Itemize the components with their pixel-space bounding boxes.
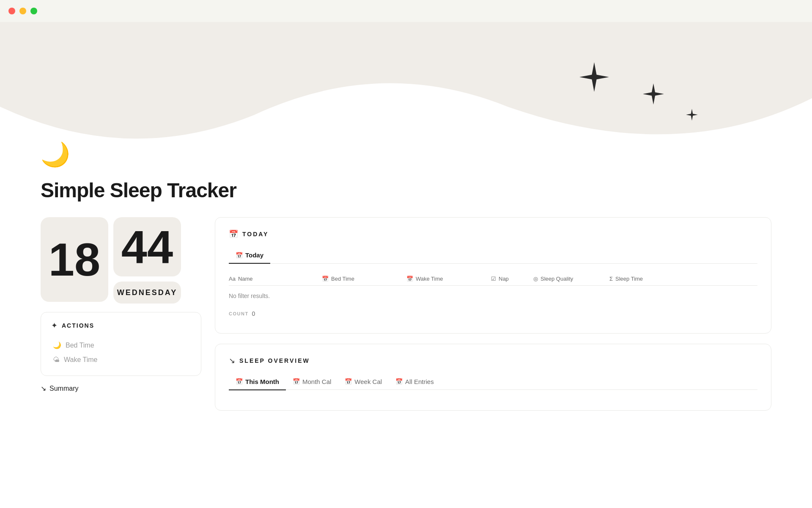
sleep-overview-arrow-icon: ↘ <box>229 356 235 365</box>
clock-card: 18 44 WEDNESDAY <box>41 217 201 304</box>
bed-time-label: Bed Time <box>66 342 94 349</box>
left-column: 18 44 WEDNESDAY ✦ ACTIONS <box>41 217 201 392</box>
sleep-overview-title: SLEEP OVERVIEW <box>239 357 310 364</box>
col-bedtime-label: Bed Time <box>331 276 354 282</box>
today-section: 📅 TODAY 📅 Today Aa Name <box>215 217 771 334</box>
star-large-icon <box>579 62 609 94</box>
col-wake: 📅 Wake Time <box>406 276 491 282</box>
maximize-button[interactable] <box>30 8 37 14</box>
sleep-overview-header: ↘ SLEEP OVERVIEW <box>229 356 757 365</box>
col-nap-label: Nap <box>499 276 509 282</box>
col-sleeptime-label: Sleep Time <box>615 276 643 282</box>
page-title: Simple Sleep Tracker <box>41 179 771 202</box>
tab-all-entries-icon: 📅 <box>395 378 403 385</box>
col-bedtime-icon: 📅 <box>322 276 329 282</box>
close-button[interactable] <box>8 8 15 14</box>
clock-day-box: WEDNESDAY <box>113 282 181 304</box>
tab-today-label: Today <box>245 251 263 259</box>
wake-time-label: Wake Time <box>64 356 97 364</box>
action-bed-time[interactable]: 🌙 Bed Time <box>51 338 191 353</box>
star-medium-icon <box>643 83 664 106</box>
main-layout: 18 44 WEDNESDAY ✦ ACTIONS <box>41 217 771 421</box>
tab-today-icon: 📅 <box>236 252 243 259</box>
action-wake-time[interactable]: 🌤 Wake Time <box>51 353 191 367</box>
clock-hours: 18 <box>49 236 100 283</box>
actions-header: ✦ ACTIONS <box>51 321 191 330</box>
actions-card: ✦ ACTIONS 🌙 Bed Time 🌤 Wake Time <box>41 312 201 376</box>
tab-today[interactable]: 📅 Today <box>229 247 270 264</box>
col-wake-icon: 📅 <box>406 276 413 282</box>
summary-link[interactable]: ↘ Summary <box>41 384 201 392</box>
summary-arrow-icon: ↘ <box>41 384 46 392</box>
col-name-label: Name <box>238 276 253 282</box>
today-header: 📅 TODAY <box>229 229 757 239</box>
col-sleeptime-icon: Σ <box>609 276 613 282</box>
table-header: Aa Name 📅 Bed Time 📅 Wake Time ☑ Nap <box>229 272 757 286</box>
right-column: 📅 TODAY 📅 Today Aa Name <box>215 217 771 421</box>
count-label: COUNT <box>229 311 249 316</box>
col-nap: ☑ Nap <box>491 276 533 282</box>
today-title: TODAY <box>242 231 269 237</box>
col-quality: ◎ Sleep Quality <box>533 276 609 282</box>
col-quality-label: Sleep Quality <box>540 276 573 282</box>
col-name-prefix: Aa <box>229 276 236 282</box>
tab-week-cal-icon: 📅 <box>345 378 352 385</box>
star-small-icon <box>686 109 698 122</box>
wake-time-icon: 🌤 <box>53 356 60 364</box>
summary-text: Summary <box>49 385 78 392</box>
tab-this-month[interactable]: 📅 This Month <box>229 374 286 390</box>
page-content: 🌙 Simple Sleep Tracker 18 44 WEDNESDAY <box>0 141 812 421</box>
col-wake-label: Wake Time <box>416 276 443 282</box>
actions-sparkle-icon: ✦ <box>51 321 58 330</box>
tab-this-month-icon: 📅 <box>236 378 243 385</box>
clock-right: 44 WEDNESDAY <box>113 217 181 304</box>
no-results-text: No filter results. <box>229 286 757 306</box>
count-row: COUNT 0 <box>229 306 757 321</box>
moon-icon: 🌙 <box>41 141 771 168</box>
tab-week-cal[interactable]: 📅 Week Cal <box>338 374 389 390</box>
clock-minutes-box: 44 <box>113 217 181 276</box>
tab-month-cal-label: Month Cal <box>302 378 331 385</box>
sleep-overview-section: ↘ SLEEP OVERVIEW 📅 This Month 📅 Month Ca… <box>215 344 771 411</box>
tab-week-cal-label: Week Cal <box>354 378 382 385</box>
tab-this-month-label: This Month <box>245 378 279 385</box>
tab-all-entries[interactable]: 📅 All Entries <box>389 374 441 390</box>
tab-month-cal[interactable]: 📅 Month Cal <box>286 374 338 390</box>
clock-day: WEDNESDAY <box>117 288 177 297</box>
col-nap-icon: ☑ <box>491 276 496 282</box>
clock-hours-box: 18 <box>41 217 108 302</box>
count-value: 0 <box>252 310 255 317</box>
col-sleeptime: Σ Sleep Time <box>609 276 677 282</box>
bed-time-icon: 🌙 <box>53 341 61 349</box>
tab-all-entries-label: All Entries <box>405 378 434 385</box>
tab-month-cal-icon: 📅 <box>293 378 300 385</box>
titlebar <box>0 0 812 22</box>
clock-minutes: 44 <box>121 224 173 270</box>
col-quality-icon: ◎ <box>533 276 538 282</box>
actions-title: ACTIONS <box>62 322 94 329</box>
sleep-overview-tabs: 📅 This Month 📅 Month Cal 📅 Week Cal 📅 Al… <box>229 374 757 390</box>
today-calendar-icon: 📅 <box>229 229 238 239</box>
col-bedtime: 📅 Bed Time <box>322 276 406 282</box>
today-tabs: 📅 Today <box>229 247 757 264</box>
col-name: Aa Name <box>229 276 322 282</box>
minimize-button[interactable] <box>19 8 26 14</box>
